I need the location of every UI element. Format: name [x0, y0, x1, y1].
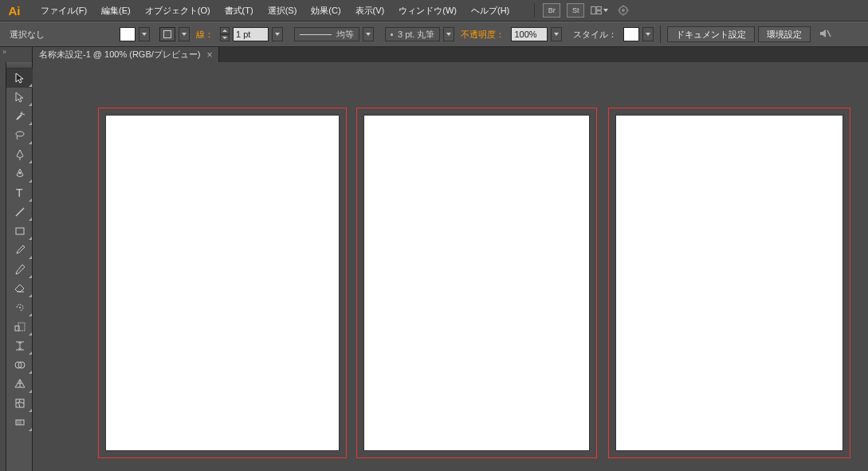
artboard-2[interactable]: [363, 115, 590, 451]
scale-tool[interactable]: [6, 317, 33, 336]
svg-line-5: [827, 30, 831, 37]
menu-window[interactable]: ウィンドウ(W): [391, 2, 464, 20]
menu-select[interactable]: 選択(S): [261, 2, 304, 20]
speaker-icon[interactable]: [819, 28, 833, 41]
stroke-label[interactable]: 線：: [193, 29, 217, 41]
bridge-icon[interactable]: Br: [543, 3, 560, 18]
svg-line-9: [16, 208, 24, 216]
menu-edit[interactable]: 編集(E): [94, 2, 138, 20]
opacity-input[interactable]: 100%: [511, 27, 548, 41]
svg-point-4: [622, 9, 625, 12]
paintbrush-tool[interactable]: [6, 241, 33, 260]
style-label: スタイル：: [565, 29, 620, 41]
type-tool[interactable]: T: [6, 183, 33, 202]
svg-rect-2: [597, 11, 601, 14]
stroke-weight-input[interactable]: 1 pt: [233, 27, 269, 41]
menu-view[interactable]: 表示(V): [348, 2, 392, 20]
canvas[interactable]: [33, 62, 868, 471]
gpu-icon[interactable]: [615, 3, 632, 18]
artboard-2-outline: [356, 108, 597, 458]
control-bar: 選択なし 線： 1 pt 均等 3 pt. 丸筆 不透明度： 100% スタイル…: [0, 22, 868, 47]
pencil-tool[interactable]: [6, 260, 33, 279]
stroke-swatch[interactable]: [159, 27, 175, 41]
main-area: T: [0, 62, 868, 471]
style-dropdown[interactable]: [642, 27, 654, 41]
magic-wand-tool[interactable]: [6, 107, 33, 126]
app-logo: Ai: [3, 0, 26, 22]
panel-collapse-gutter[interactable]: [0, 62, 6, 471]
line-tool[interactable]: [6, 202, 33, 222]
menu-help[interactable]: ヘルプ(H): [464, 2, 516, 20]
svg-rect-0: [591, 6, 595, 14]
artboard-3[interactable]: [615, 115, 843, 451]
gradient-tool[interactable]: [6, 413, 33, 432]
menu-file[interactable]: ファイル(F): [33, 2, 94, 20]
tab-gutter[interactable]: [0, 47, 33, 62]
brush-label: 3 pt. 丸筆: [398, 29, 434, 41]
svg-rect-18: [16, 399, 24, 407]
tool-panel-grip[interactable]: [6, 62, 32, 69]
stroke-spinner[interactable]: [220, 27, 230, 41]
pen-tool[interactable]: [6, 145, 33, 164]
svg-rect-1: [597, 6, 601, 10]
stroke-weight-dropdown[interactable]: [272, 27, 283, 41]
eraser-tool[interactable]: [6, 279, 33, 298]
brush-def[interactable]: 3 pt. 丸筆: [385, 27, 440, 41]
menu-bar: Ai ファイル(F) 編集(E) オブジェクト(O) 書式(T) 選択(S) 効…: [0, 0, 868, 22]
arrange-docs-icon[interactable]: [591, 3, 608, 18]
svg-line-11: [22, 265, 25, 267]
menu-effect[interactable]: 効果(C): [304, 2, 348, 20]
artboard-1[interactable]: [105, 115, 340, 451]
rotate-tool[interactable]: [6, 298, 33, 317]
stroke-profile-dropdown[interactable]: [363, 27, 374, 41]
tab-bar: 名称未設定-1 @ 100% (RGB/プレビュー) ×: [0, 47, 868, 62]
lasso-tool[interactable]: [6, 126, 33, 145]
artboard-1-outline: [98, 108, 347, 458]
tool-panel: T: [6, 62, 33, 471]
width-tool[interactable]: [6, 336, 33, 355]
fill-swatch[interactable]: [120, 27, 136, 41]
menu-object[interactable]: オブジェクト(O): [138, 2, 218, 20]
style-swatch[interactable]: [623, 27, 639, 41]
opacity-dropdown[interactable]: [551, 27, 562, 41]
prefs-button[interactable]: 環境設定: [758, 26, 811, 42]
perspective-tool[interactable]: [6, 375, 33, 394]
doc-setup-button[interactable]: ドキュメント設定: [667, 26, 755, 42]
svg-text:T: T: [16, 186, 23, 199]
mesh-tool[interactable]: [6, 394, 33, 413]
artboard-3-outline: [608, 108, 850, 458]
stock-icon[interactable]: St: [567, 3, 584, 18]
stroke-dropdown[interactable]: [179, 27, 190, 41]
shape-builder-tool[interactable]: [6, 355, 33, 375]
curvature-tool[interactable]: [6, 164, 33, 183]
svg-rect-10: [16, 228, 24, 234]
svg-point-13: [19, 307, 21, 308]
rectangle-tool[interactable]: [6, 222, 33, 241]
selection-tool[interactable]: [6, 69, 33, 88]
tab-close-icon[interactable]: ×: [206, 49, 212, 61]
profile-label: 均等: [336, 29, 354, 41]
opacity-label[interactable]: 不透明度：: [458, 29, 508, 41]
document-tab-title: 名称未設定-1 @ 100% (RGB/プレビュー): [39, 49, 200, 61]
brush-dropdown[interactable]: [443, 27, 454, 41]
direct-selection-tool[interactable]: [6, 88, 33, 107]
menu-type[interactable]: 書式(T): [218, 2, 261, 20]
selection-status: 選択なし: [8, 29, 49, 41]
stroke-profile[interactable]: 均等: [294, 27, 359, 41]
fill-dropdown[interactable]: [139, 27, 150, 41]
document-tab[interactable]: 名称未設定-1 @ 100% (RGB/プレビュー) ×: [33, 47, 219, 62]
svg-point-7: [18, 172, 21, 175]
